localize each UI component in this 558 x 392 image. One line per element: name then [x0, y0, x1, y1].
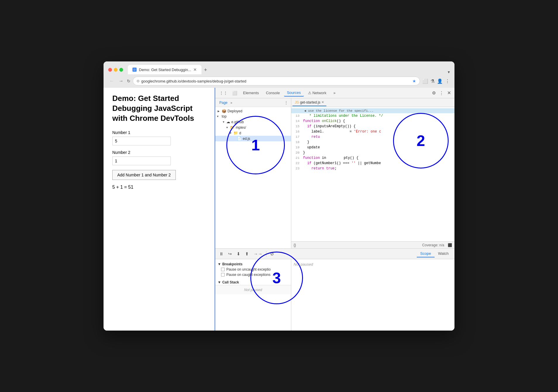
breakpoints-header[interactable]: ▼ Breakpoints: [215, 262, 291, 267]
panel-actions: ⋮: [284, 100, 289, 105]
settings-button[interactable]: ⚙: [431, 89, 437, 97]
tab-title: Demo: Get Started Debuggin...: [139, 68, 191, 72]
page-title: Demo: Get Started Debugging JavaScript w…: [112, 94, 206, 123]
breakpoints-label: Breakpoints: [222, 262, 242, 266]
scope-tab[interactable]: Scope: [417, 250, 435, 257]
security-icon: ⊙: [137, 79, 140, 83]
profile-icon[interactable]: 👤: [437, 78, 443, 84]
breakpoint-caught[interactable]: Pause on caught exceptions: [215, 272, 291, 277]
code-tab-close-icon[interactable]: ✕: [321, 100, 324, 104]
maximize-button[interactable]: [119, 68, 123, 72]
step-into-button[interactable]: ⬇: [235, 250, 242, 257]
inspect-icon[interactable]: ⋮⋮: [218, 90, 229, 97]
deployed-label: Deployed: [228, 109, 242, 113]
file-tree-header: Page » ⋮: [215, 98, 291, 107]
labs-icon[interactable]: ⚗: [430, 78, 435, 84]
code-line-22: 22 if (getNumber1() === '' || getNumbe: [291, 161, 454, 166]
menu-icon[interactable]: ⋮: [445, 78, 450, 84]
pause-button[interactable]: ⏸: [218, 250, 225, 257]
not-paused-label: Not paused: [294, 262, 313, 267]
watch-tab[interactable]: Watch: [435, 250, 452, 257]
tree-item-deployed[interactable]: ▶ 📦 Deployed: [215, 108, 291, 114]
step-out-button[interactable]: ⬆: [244, 250, 250, 257]
close-button[interactable]: [108, 68, 112, 72]
extensions-icon[interactable]: ⬜: [422, 78, 428, 84]
code-line-16: 16 label. = 'Error: one c: [291, 130, 454, 135]
tab-bar: D Demo: Get Started Debuggin... ✕ + ▾: [128, 65, 450, 74]
address-bar: ← → ↻ ⊙ googlechrome.github.io/devtools-…: [104, 74, 454, 88]
checkbox-uncaught[interactable]: [221, 268, 225, 271]
tab-more[interactable]: »: [330, 90, 338, 96]
tab-dropdown-icon[interactable]: ▾: [448, 70, 450, 74]
code-panel: JS get-started.js ✕ ◀ use the license fo…: [291, 98, 454, 248]
bookmark-icon[interactable]: ★: [412, 79, 416, 83]
number1-input[interactable]: [112, 137, 171, 145]
tab-console[interactable]: Console: [263, 90, 283, 96]
tree-arrow-d: ▼: [229, 132, 232, 135]
checkbox-caught[interactable]: [221, 273, 225, 276]
ed-js-label: ed.js: [243, 137, 250, 141]
devtools-close-button[interactable]: ✕: [446, 89, 452, 97]
tab-network[interactable]: ⚠ Network: [305, 90, 329, 96]
more-options-button[interactable]: ⋮: [438, 89, 445, 97]
tree-item-github[interactable]: ▼ ☁ e.github: [215, 119, 291, 125]
top-label: top: [221, 114, 227, 118]
callstack-label: Call Stack: [222, 280, 239, 284]
caught-label: Pause on caught exceptions: [226, 273, 271, 277]
back-button[interactable]: ←: [108, 78, 115, 84]
callstack-arrow: ▼: [218, 280, 221, 284]
code-line-18: 18 }: [291, 140, 454, 145]
new-tab-button[interactable]: +: [202, 66, 209, 74]
pretty-print-button[interactable]: {}: [294, 243, 296, 247]
uncaught-label: Pause on uncaught exceptio: [226, 267, 271, 271]
coverage-icon[interactable]: ⬛: [448, 243, 452, 247]
devtools-body: Page » ⋮ ▶ 📦 Deployed: [215, 98, 454, 331]
title-bar: D Demo: Get Started Debuggin... ✕ + ▾: [104, 61, 454, 74]
url-bar[interactable]: ⊙ googlechrome.github.io/devtools-sample…: [133, 77, 420, 85]
reload-button[interactable]: ↻: [127, 79, 130, 83]
step-over-button[interactable]: ↪: [227, 250, 233, 257]
tree-arrow-top: ▼: [216, 115, 219, 118]
browser-actions: ⬜ ⚗ 👤 ⋮: [422, 78, 450, 84]
tree-arrow-mples: ▼: [226, 126, 229, 129]
tab-sources[interactable]: Sources: [284, 89, 304, 97]
number2-label: Number 2: [112, 150, 206, 155]
number2-input[interactable]: [112, 157, 171, 165]
breakpoint-uncaught[interactable]: Pause on uncaught exceptio: [215, 267, 291, 272]
file-tree-panel: Page » ⋮ ▶ 📦 Deployed: [215, 98, 291, 248]
code-line-19: 19 update: [291, 145, 454, 151]
tab-close-icon[interactable]: ✕: [193, 67, 197, 72]
tree-item-ed-js[interactable]: ▶ 📄 ed.js: [215, 136, 291, 141]
active-tab[interactable]: D Demo: Get Started Debuggin... ✕: [128, 65, 202, 74]
deployed-icon: 📦: [222, 109, 226, 113]
folder-icon: 📁: [230, 125, 235, 130]
tree-item-top[interactable]: ▼ top: [215, 114, 291, 119]
github-label: e.github: [231, 120, 244, 124]
add-button[interactable]: Add Number 1 and Number 2: [112, 170, 176, 180]
code-tab-get-started[interactable]: JS get-started.js ✕: [292, 99, 326, 106]
step-button[interactable]: →→: [252, 250, 264, 257]
tree-item-mples[interactable]: ▼ 📁 mples/: [215, 125, 291, 130]
debugger-tabs: Scope Watch: [417, 250, 452, 257]
forward-button[interactable]: →: [118, 78, 125, 84]
devtools-panel: ⋮⋮ ⬜ Elements Console Sources ⚠ Network …: [215, 88, 454, 331]
device-mode-icon[interactable]: ⬜: [230, 90, 239, 97]
code-line-20: 20 }: [291, 151, 454, 156]
devtools-toolbar: ⋮⋮ ⬜ Elements Console Sources ⚠ Network …: [215, 88, 454, 98]
code-line-21: 21 function inpty() {: [291, 156, 454, 161]
panel-tab-more[interactable]: »: [229, 100, 233, 105]
devtools-top-pane: Page » ⋮ ▶ 📦 Deployed: [215, 98, 454, 249]
panel-menu-button[interactable]: ⋮: [284, 100, 289, 105]
page-tab[interactable]: Page: [218, 100, 229, 105]
callstack-header[interactable]: ▼ Call Stack: [215, 280, 291, 285]
mples-label: mples/: [236, 125, 246, 130]
deactivate-breakpoints-button[interactable]: ⊘: [269, 250, 275, 257]
tab-elements[interactable]: Elements: [240, 90, 262, 96]
code-tabs: JS get-started.js ✕: [291, 98, 454, 107]
minimize-button[interactable]: [114, 68, 118, 72]
debugger-divider: [266, 251, 266, 257]
tree-item-d[interactable]: ▼ 📁 d: [215, 130, 291, 136]
breakpoints-arrow: ▼: [218, 262, 221, 266]
code-line-15: 15 if (inputsAreEmpty()) {: [291, 124, 454, 130]
debugger-toolbar: ⏸ ↪ ⬇ ⬆ →→ ⊘ Scope Watch: [215, 249, 454, 259]
